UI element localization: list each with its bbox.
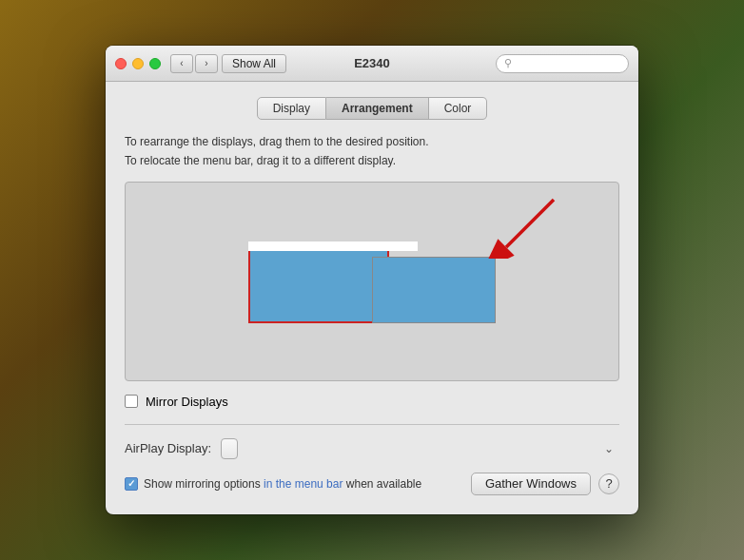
search-icon: ⚲ — [504, 57, 512, 69]
preferences-window: ‹ › Show All E2340 ⚲ Display Arrangement… — [106, 46, 638, 513]
nav-buttons: ‹ › — [170, 54, 218, 73]
mirror-displays-label: Mirror Displays — [146, 395, 228, 409]
mirror-displays-checkbox[interactable] — [125, 395, 138, 408]
show-all-button[interactable]: Show All — [222, 54, 286, 73]
mirroring-text-before: Show mirroring options — [144, 477, 264, 491]
tab-display[interactable]: Display — [257, 97, 326, 120]
search-input[interactable] — [516, 57, 620, 70]
instructions: To rearrange the displays, drag them to … — [125, 133, 619, 169]
arrow-container — [485, 192, 561, 261]
arrangement-display-area — [125, 182, 619, 381]
content-area: Display Arrangement Color To rearrange t… — [106, 82, 638, 513]
titlebar: ‹ › Show All E2340 ⚲ — [106, 46, 638, 82]
airplay-select-wrapper — [221, 438, 619, 459]
close-button[interactable] — [115, 58, 127, 69]
menu-bar-strip — [248, 241, 418, 251]
traffic-lights — [115, 58, 161, 69]
display-primary[interactable] — [248, 241, 389, 323]
mirroring-text-after: when available — [343, 477, 421, 491]
mirroring-highlight: in the menu bar — [264, 477, 343, 491]
divider — [125, 424, 619, 425]
airplay-select[interactable] — [221, 438, 238, 459]
show-mirroring-checkbox[interactable] — [125, 477, 138, 491]
right-buttons: Gather Windows ? — [471, 473, 619, 495]
minimize-button[interactable] — [132, 58, 144, 69]
search-box: ⚲ — [496, 54, 629, 73]
tab-color[interactable]: Color — [429, 97, 488, 120]
display-secondary[interactable] — [372, 257, 496, 323]
displays-container — [248, 224, 496, 338]
mirror-displays-row: Mirror Displays — [125, 395, 619, 409]
tabs-bar: Display Arrangement Color — [125, 97, 619, 120]
gather-windows-button[interactable]: Gather Windows — [471, 473, 591, 495]
svg-line-1 — [506, 200, 554, 247]
tab-arrangement[interactable]: Arrangement — [326, 97, 429, 120]
instruction-line1: To rearrange the displays, drag them to … — [125, 133, 619, 151]
airplay-row: AirPlay Display: — [125, 438, 619, 459]
show-mirroring-row: Show mirroring options in the menu bar w… — [125, 477, 421, 491]
help-button[interactable]: ? — [598, 473, 619, 494]
nav-back-button[interactable]: ‹ — [170, 54, 193, 73]
bottom-row: Show mirroring options in the menu bar w… — [125, 473, 619, 495]
red-arrow-icon — [485, 192, 561, 259]
window-title: E2340 — [354, 56, 390, 70]
maximize-button[interactable] — [149, 58, 161, 69]
nav-forward-button[interactable]: › — [195, 54, 218, 73]
airplay-label: AirPlay Display: — [125, 441, 211, 455]
show-mirroring-label: Show mirroring options in the menu bar w… — [144, 477, 421, 491]
instruction-line2: To relocate the menu bar, drag it to a d… — [125, 152, 619, 170]
